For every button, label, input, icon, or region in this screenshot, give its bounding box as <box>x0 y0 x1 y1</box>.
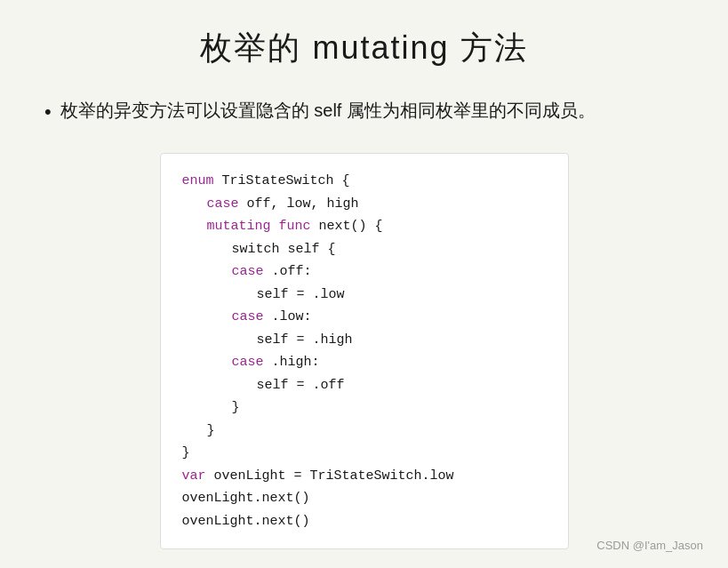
code-token: next() { <box>311 219 383 234</box>
code-token: } <box>207 423 215 438</box>
code-token: self = .off <box>257 378 345 393</box>
code-token: .high: <box>264 355 320 370</box>
code-token <box>271 219 279 234</box>
code-token: off, lo <box>239 196 303 212</box>
slide-title: 枚举的 mutating 方法 <box>36 27 692 70</box>
code-line: self = .off <box>182 374 547 397</box>
code-block: enum TriStateSwitch {case off, low, high… <box>160 153 569 549</box>
code-line: ovenLight.next() <box>182 510 547 533</box>
code-token: case <box>232 309 264 324</box>
code-token: } <box>182 445 190 460</box>
code-token: self = .high <box>257 332 353 348</box>
code-block-wrapper: enum TriStateSwitch {case off, low, high… <box>36 153 692 549</box>
code-line: case .off: <box>182 260 547 284</box>
code-line: enum TriStateSwitch { <box>182 170 547 193</box>
code-token: } <box>232 400 240 415</box>
code-line: case .high: <box>182 351 547 374</box>
code-token: .low: <box>264 309 312 324</box>
code-line: } <box>182 396 547 420</box>
code-token: ovenLight.next() <box>182 514 310 529</box>
code-line: self = .high <box>182 329 547 352</box>
code-line: ovenLight.next() <box>182 487 547 510</box>
code-line: case off, low, high <box>182 193 547 216</box>
code-token: w, high <box>303 196 359 212</box>
code-token: enum <box>182 173 214 188</box>
code-token: .off: <box>264 264 312 279</box>
code-token: case <box>232 264 264 279</box>
code-token: case <box>207 196 239 212</box>
code-token: self = .low <box>257 287 345 302</box>
code-token: mutating <box>207 219 271 234</box>
code-token: ovenLight.next() <box>182 491 310 506</box>
code-token: func <box>279 219 311 234</box>
code-line: switch self { <box>182 238 547 261</box>
code-line: } <box>182 442 547 465</box>
bullet-text: 枚举的异变方法可以设置隐含的 self 属性为相同枚举里的不同成员。 <box>60 97 596 124</box>
code-line: case .low: <box>182 306 547 329</box>
bullet-section: • 枚举的异变方法可以设置隐含的 self 属性为相同枚举里的不同成员。 <box>36 97 692 126</box>
watermark: CSDN @I'am_Jason <box>596 539 703 552</box>
bullet-dot: • <box>44 97 52 126</box>
code-token: case <box>232 355 264 370</box>
code-line: var ovenLight = TriStateSwitch.low <box>182 465 547 488</box>
code-line: } <box>182 420 547 443</box>
code-token: ovenLight = TriStateSwitch.low <box>206 468 454 484</box>
code-line: mutating func next() { <box>182 215 547 238</box>
code-line: self = .low <box>182 284 547 307</box>
code-token: var <box>182 468 206 484</box>
slide-container: 枚举的 mutating 方法 • 枚举的异变方法可以设置隐含的 self 属性… <box>0 0 728 568</box>
code-token: switch self { <box>232 242 336 257</box>
code-token: TriStateSwitch { <box>214 173 350 188</box>
